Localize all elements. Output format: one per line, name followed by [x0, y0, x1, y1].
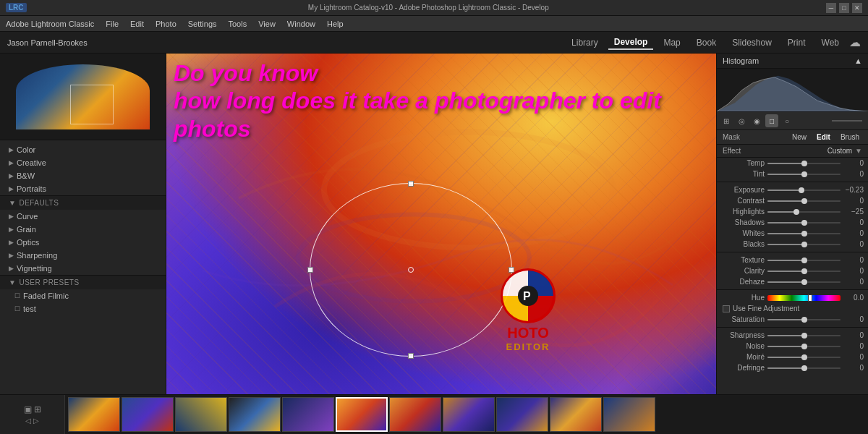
filmstrip-view-1[interactable]: ▣ [24, 404, 32, 414]
tab-map[interactable]: Map [658, 36, 686, 49]
slider-thumb-dehaze[interactable] [801, 279, 807, 285]
film-thumb[interactable] [68, 397, 120, 432]
menu-window[interactable]: Window [287, 20, 315, 28]
slider-track-highlights[interactable] [767, 211, 841, 213]
slider-thumb-contrast[interactable] [801, 198, 807, 204]
slider-thumb-blacks[interactable] [801, 242, 807, 247]
slider-thumb-saturation[interactable] [801, 317, 807, 323]
slider-value-blacks: 0 [843, 240, 864, 248]
tool-filter[interactable]: ⊞ [720, 114, 733, 127]
menu-lightroom[interactable]: Adobe Lightroom Classic [6, 20, 94, 28]
cloud-icon[interactable]: ☁ [849, 35, 861, 49]
tab-print[interactable]: Print [782, 36, 812, 49]
slider-thumb-highlights[interactable] [793, 209, 799, 215]
panel-user-presets-header[interactable]: ▼ User Presets [0, 275, 166, 289]
slider-track-whites[interactable] [767, 233, 841, 234]
minimize-button[interactable]: ─ [826, 3, 836, 13]
film-thumb[interactable] [389, 397, 441, 432]
slider-track-texture[interactable] [767, 260, 841, 261]
slider-thumb-defringe[interactable] [801, 365, 807, 371]
brush-button[interactable]: Brush [838, 132, 862, 142]
menu-edit[interactable]: Edit [130, 20, 144, 28]
slider-value-clarity: 0 [843, 267, 864, 275]
tab-slideshow[interactable]: Slideshow [726, 36, 778, 49]
filmstrip-nav-left[interactable]: ◁ [25, 417, 31, 425]
preset-test[interactable]: ☐ test [0, 302, 166, 315]
tab-library[interactable]: Library [566, 36, 604, 49]
tool-circle[interactable]: ○ [780, 114, 793, 127]
slider-thumb-tint[interactable] [801, 171, 807, 177]
menu-photo[interactable]: Photo [156, 20, 176, 28]
slider-thumb-texture[interactable] [801, 258, 807, 263]
slider-track-exposure[interactable] [767, 190, 841, 191]
fine-adjustment-checkbox[interactable] [723, 305, 730, 312]
slider-track-blacks[interactable] [767, 244, 841, 245]
filmstrip-nav-right[interactable]: ▷ [33, 417, 39, 425]
slider-thumb-temp[interactable] [801, 161, 807, 166]
panel-section-curve[interactable]: ▶ Curve [0, 210, 166, 223]
tab-develop[interactable]: Develop [608, 35, 654, 50]
tab-web[interactable]: Web [816, 36, 845, 49]
slider-track-dehaze[interactable] [767, 281, 841, 283]
slider-thumb-clarity[interactable] [801, 268, 807, 274]
film-thumb[interactable] [443, 397, 495, 432]
panel-section-optics[interactable]: ▶ Optics [0, 236, 166, 249]
slider-thumb-shadows[interactable] [801, 220, 807, 226]
hue-thumb[interactable] [808, 294, 812, 302]
slider-track-clarity[interactable] [767, 271, 841, 272]
film-thumb[interactable] [603, 397, 655, 432]
edit-button[interactable]: Edit [814, 132, 833, 142]
menu-tools[interactable]: Tools [229, 20, 247, 28]
slider-fill-noise [767, 346, 804, 347]
panel-section-creative[interactable]: ▶ Creative [0, 156, 166, 169]
canvas-area[interactable]: Do you know how long does it take a phot… [166, 54, 716, 394]
panel-defaults-header[interactable]: ▼ Defaults [0, 195, 166, 210]
panel-section-portraits[interactable]: ▶ Portraits [0, 182, 166, 195]
close-button[interactable]: ✕ [852, 3, 862, 13]
lrc-badge: LRC [6, 3, 27, 12]
slider-thumb-moire[interactable] [801, 354, 807, 360]
slider-thumb-noise[interactable] [801, 344, 807, 349]
watermark: P HOTO EDITOR [499, 267, 557, 352]
slider-thumb-sharpness[interactable] [801, 333, 807, 339]
slider-track-noise[interactable] [767, 346, 841, 347]
tool-radial[interactable]: ◎ [735, 114, 748, 127]
panel-section-color[interactable]: ▶ Color [0, 143, 166, 156]
film-thumb[interactable] [122, 397, 174, 432]
film-thumb[interactable] [229, 397, 281, 432]
film-thumb-selected[interactable] [336, 397, 388, 432]
film-thumb[interactable] [175, 397, 227, 432]
slider-track-tint[interactable] [767, 174, 841, 175]
slider-track-shadows[interactable] [767, 222, 841, 224]
slider-thumb-exposure[interactable] [799, 187, 804, 193]
filmstrip-view-2[interactable]: ⊞ [34, 404, 41, 414]
preset-faded-filmic[interactable]: ☐ Faded Filmic [0, 289, 166, 302]
slider-thumb-whites[interactable] [801, 231, 807, 237]
maximize-button[interactable]: □ [839, 3, 849, 13]
slider-track-saturation[interactable] [767, 319, 841, 320]
panel-section-vignetting[interactable]: ▶ Vignetting [0, 262, 166, 275]
panel-section-sharpening[interactable]: ▶ Sharpening [0, 249, 166, 262]
menu-help[interactable]: Help [327, 20, 344, 28]
film-thumb[interactable] [496, 397, 548, 432]
menu-settings[interactable]: Settings [188, 20, 217, 28]
tool-brush[interactable]: ◉ [750, 114, 763, 127]
slider-track-sharpness[interactable] [767, 335, 841, 336]
histogram-collapse-icon[interactable]: ▲ [854, 56, 862, 65]
slider-track-temp[interactable] [767, 163, 841, 164]
menu-file[interactable]: File [106, 20, 119, 28]
slider-track-defringe[interactable] [767, 367, 841, 369]
tab-book[interactable]: Book [691, 36, 722, 49]
menu-view[interactable]: View [258, 20, 276, 28]
new-button[interactable]: New [789, 132, 809, 142]
hue-gradient[interactable] [767, 295, 841, 301]
effect-dropdown-icon[interactable]: ▼ [855, 147, 862, 155]
panel-section-grain[interactable]: ▶ Grain [0, 223, 166, 236]
slider-track-contrast[interactable] [767, 200, 841, 202]
slider-track-moire[interactable] [767, 357, 841, 358]
panel-section-bw[interactable]: ▶ B&W [0, 169, 166, 182]
tool-ellipse[interactable]: □ [765, 114, 778, 127]
slider-label-dehaze: Dehaze [721, 278, 765, 286]
film-thumb[interactable] [550, 397, 602, 432]
film-thumb[interactable] [282, 397, 334, 432]
